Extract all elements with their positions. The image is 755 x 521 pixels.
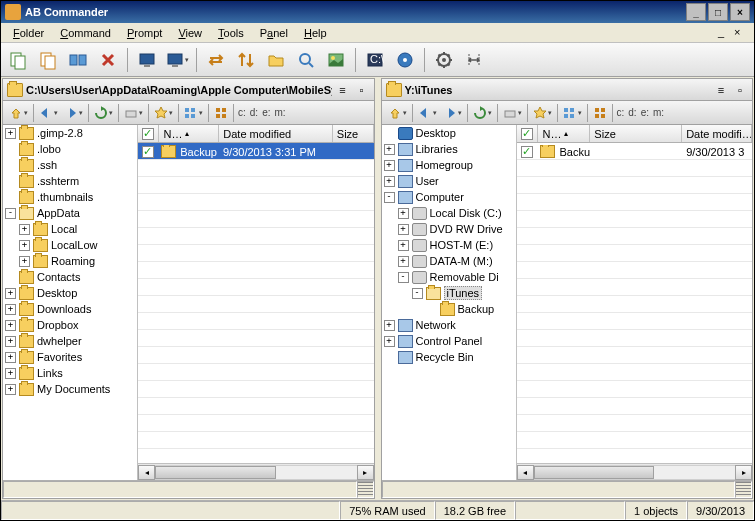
right-list-body[interactable]: Backup9/30/2013 3 <box>517 143 753 463</box>
h-scrollbar[interactable]: ◂ ▸ <box>138 463 374 480</box>
drive-e-button[interactable]: e: <box>261 107 271 118</box>
disk-icon[interactable] <box>392 47 418 73</box>
tree-item[interactable]: +LocalLow <box>3 237 137 253</box>
tree-item[interactable]: -Computer <box>382 189 516 205</box>
drive-button[interactable] <box>501 103 524 123</box>
shell-icon[interactable]: C:\ <box>362 47 388 73</box>
expand-icon[interactable]: + <box>384 336 395 347</box>
scroll-left-icon[interactable]: ◂ <box>517 465 534 480</box>
view-button[interactable] <box>561 103 584 123</box>
forward-button[interactable] <box>62 103 85 123</box>
copy-alt-icon[interactable] <box>35 47 61 73</box>
menu-tools[interactable]: Tools <box>210 25 252 41</box>
expand-icon[interactable]: + <box>5 384 16 395</box>
expand-icon[interactable]: + <box>5 320 16 331</box>
menu-min-icon[interactable]: _ <box>718 26 734 40</box>
grip-icon[interactable] <box>735 481 752 498</box>
drive-m-button[interactable]: m: <box>652 107 665 118</box>
column-header[interactable]: Size <box>333 125 374 142</box>
menu-prompt[interactable]: Prompt <box>119 25 170 41</box>
scroll-right-icon[interactable]: ▸ <box>735 465 752 480</box>
tree-item[interactable]: Desktop <box>382 125 516 141</box>
expand-icon[interactable]: + <box>5 288 16 299</box>
drive-c-button[interactable]: c: <box>616 107 626 118</box>
monitor-dropdown-icon[interactable] <box>164 47 190 73</box>
menu-close-icon[interactable]: × <box>734 26 750 40</box>
tree-item[interactable]: +Local Disk (C:) <box>382 205 516 221</box>
tree-item[interactable]: +.gimp-2.8 <box>3 125 137 141</box>
drive-c-button[interactable]: c: <box>237 107 247 118</box>
row-checkbox[interactable] <box>142 146 154 158</box>
up-button[interactable] <box>7 103 30 123</box>
column-header[interactable] <box>517 125 539 142</box>
drive-d-button[interactable]: d: <box>627 107 637 118</box>
h-scrollbar[interactable]: ◂ ▸ <box>517 463 753 480</box>
tree-item[interactable]: +dwhelper <box>3 333 137 349</box>
drive-button[interactable] <box>122 103 145 123</box>
right-path-text[interactable]: Y:\iTunes <box>405 84 711 96</box>
tree-item[interactable]: +Local <box>3 221 137 237</box>
collapse-icon[interactable]: - <box>5 208 16 219</box>
refresh-button[interactable] <box>92 103 115 123</box>
expand-icon[interactable]: + <box>384 144 395 155</box>
expand-icon[interactable]: + <box>5 128 16 139</box>
menu-command[interactable]: Command <box>52 25 119 41</box>
list-icon[interactable]: ≡ <box>713 82 729 98</box>
collapse-icon[interactable]: - <box>384 192 395 203</box>
right-list-header[interactable]: N… ▴SizeDate modifi… <box>517 125 753 143</box>
column-header[interactable]: N… ▴ <box>538 125 590 142</box>
pane-splitter[interactable] <box>376 77 380 500</box>
minimize-button[interactable]: _ <box>686 3 706 21</box>
refresh-button[interactable] <box>471 103 494 123</box>
panel-close-icon[interactable]: ▫ <box>354 82 370 98</box>
menu-help[interactable]: Help <box>296 25 335 41</box>
back-button[interactable] <box>37 103 60 123</box>
tree-item[interactable]: +Desktop <box>3 285 137 301</box>
favorite-button[interactable] <box>152 103 175 123</box>
expand-icon[interactable]: + <box>398 256 409 267</box>
tree-item[interactable]: Recycle Bin <box>382 349 516 365</box>
tree-item[interactable]: +Libraries <box>382 141 516 157</box>
left-path-text[interactable]: C:\Users\User\AppData\Roaming\Apple Comp… <box>26 84 332 96</box>
row-checkbox[interactable] <box>521 146 533 158</box>
menu-view[interactable]: View <box>170 25 210 41</box>
collapse-icon[interactable]: - <box>412 288 423 299</box>
expand-icon[interactable]: + <box>19 240 30 251</box>
scroll-left-icon[interactable]: ◂ <box>138 465 155 480</box>
panel-close-icon[interactable]: ▫ <box>732 82 748 98</box>
tree-item[interactable]: -iTunes <box>382 285 516 301</box>
column-header[interactable] <box>138 125 159 142</box>
drive-e-button[interactable]: e: <box>640 107 650 118</box>
right-tree[interactable]: Desktop+Libraries+Homegroup+User-Compute… <box>382 125 517 480</box>
menu-folder[interactable]: Folder <box>5 25 52 41</box>
tree-item[interactable]: .sshterm <box>3 173 137 189</box>
close-button[interactable]: × <box>730 3 750 21</box>
tree-item[interactable]: .lobo <box>3 141 137 157</box>
favorite-button[interactable] <box>531 103 554 123</box>
column-header[interactable]: Date modified <box>219 125 333 142</box>
width-icon[interactable] <box>461 47 487 73</box>
drive-m-button[interactable]: m: <box>273 107 286 118</box>
expand-icon[interactable]: + <box>19 224 30 235</box>
expand-icon[interactable]: + <box>5 352 16 363</box>
tree-item[interactable]: +Downloads <box>3 301 137 317</box>
up-button[interactable] <box>386 103 409 123</box>
view-button[interactable] <box>182 103 205 123</box>
delete-icon[interactable] <box>95 47 121 73</box>
tree-item[interactable]: +Dropbox <box>3 317 137 333</box>
column-header[interactable]: N… ▴ <box>159 125 219 142</box>
list-icon[interactable]: ≡ <box>335 82 351 98</box>
tree-item[interactable]: +Roaming <box>3 253 137 269</box>
tree-item[interactable]: +Control Panel <box>382 333 516 349</box>
copy-icon[interactable] <box>5 47 31 73</box>
expand-icon[interactable]: + <box>5 336 16 347</box>
expand-icon[interactable]: + <box>398 208 409 219</box>
compare-icon[interactable] <box>65 47 91 73</box>
select-all-checkbox[interactable] <box>521 128 533 140</box>
tree-item[interactable]: -AppData <box>3 205 137 221</box>
left-tree[interactable]: +.gimp-2.8.lobo.ssh.sshterm.thumbnails-A… <box>3 125 138 480</box>
tree-item[interactable]: +Homegroup <box>382 157 516 173</box>
scroll-thumb[interactable] <box>155 466 276 479</box>
image-icon[interactable] <box>323 47 349 73</box>
gear-icon[interactable] <box>431 47 457 73</box>
